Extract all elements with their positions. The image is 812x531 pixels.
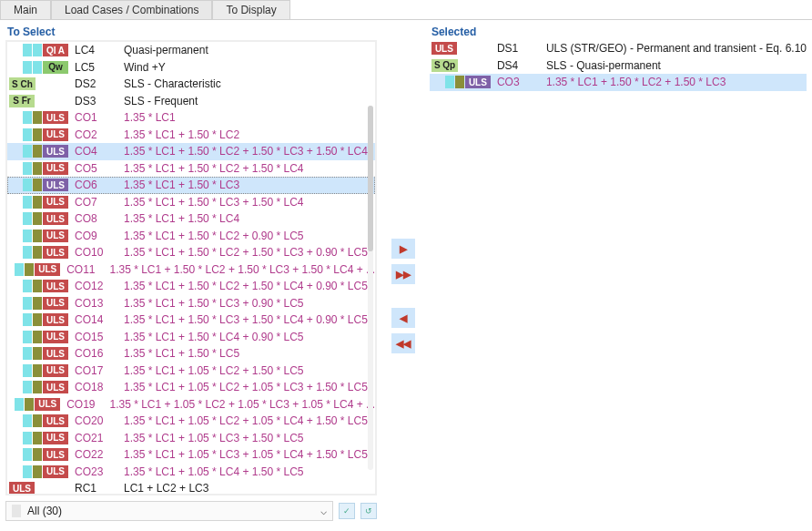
sky-tag [23, 432, 32, 444]
sky-tag [23, 381, 32, 393]
list-item[interactable]: ULSDS1ULS (STR/GEO) - Permanent and tran… [430, 40, 807, 57]
list-item[interactable]: ULSCO211.35 * LC1 + 1.05 * LC3 + 1.50 * … [7, 430, 375, 447]
olive-tag [33, 128, 42, 141]
row-description: SLS - Frequent [120, 95, 198, 107]
move-all-left-button[interactable]: ◀◀ [391, 333, 415, 353]
list-item[interactable]: ULSCO81.35 * LC1 + 1.50 * LC4 [7, 210, 375, 228]
sky-tag [23, 297, 32, 310]
list-item[interactable]: ULSRC1LC1 + LC2 + LC3 [7, 480, 375, 494]
sky-tag [445, 76, 454, 88]
olive-tag [33, 448, 42, 461]
list-item[interactable]: S QpDS4SLS - Quasi-permanent [430, 57, 807, 75]
row-id: RC1 [69, 482, 120, 494]
move-right-button[interactable]: ▶ [391, 239, 415, 259]
list-item[interactable]: ULSCO111.35 * LC1 + 1.50 * LC2 + 1.50 * … [7, 261, 375, 279]
uls-tag: ULS [43, 364, 68, 377]
list-item[interactable]: ULSCO11.35 * LC1 [7, 109, 375, 127]
sky-tag [23, 44, 32, 56]
list-item[interactable]: ULSCO51.35 * LC1 + 1.50 * LC2 + 1.50 * L… [7, 160, 375, 178]
sky-tag [33, 61, 42, 74]
row-id: CO5 [69, 162, 120, 175]
olive-tag [33, 331, 42, 343]
select-all-button[interactable]: ✓ [339, 503, 355, 519]
row-id: CO11 [61, 263, 106, 276]
list-item[interactable]: S ChDS2SLS - Characteristic [7, 76, 375, 93]
sky-tag [23, 128, 32, 141]
olive-tag [33, 246, 42, 259]
uls-tag: ULS [43, 246, 68, 259]
olive-tag [33, 162, 42, 175]
tab-load-cases[interactable]: Load Cases / Combinations [51, 0, 212, 19]
row-id: CO4 [69, 145, 120, 158]
sky-tag [23, 230, 32, 242]
deselect-all-button[interactable]: ↺ [360, 503, 377, 519]
list-item[interactable]: ULSCO31.35 * LC1 + 1.50 * LC2 + 1.50 * L… [430, 74, 807, 91]
uls-tag: ULS [43, 145, 68, 158]
list-item[interactable]: QI ALC4Quasi-permanent [7, 42, 375, 59]
list-item[interactable]: ULSCO131.35 * LC1 + 1.50 * LC3 + 0.90 * … [7, 295, 375, 312]
sky-tag [23, 212, 32, 225]
row-description: SLS - Quasi-permanent [543, 59, 661, 72]
list-item[interactable]: ULSCO41.35 * LC1 + 1.50 * LC2 + 1.50 * L… [7, 143, 375, 160]
olive-tag [33, 145, 42, 158]
olive-tag [33, 297, 42, 310]
list-item[interactable]: ULSCO171.35 * LC1 + 1.05 * LC2 + 1.50 * … [7, 363, 375, 380]
list-item[interactable]: ULSCO221.35 * LC1 + 1.05 * LC3 + 1.05 * … [7, 446, 375, 464]
list-item[interactable]: ULSCO191.35 * LC1 + 1.05 * LC2 + 1.05 * … [7, 396, 375, 414]
row-description: 1.35 * LC1 + 1.05 * LC2 + 1.05 * LC4 + 1… [120, 414, 368, 427]
row-id: DS2 [69, 77, 120, 90]
list-item[interactable]: ULSCO141.35 * LC1 + 1.50 * LC3 + 1.50 * … [7, 311, 375, 329]
to-select-list[interactable]: QI ALC4Quasi-permanentQwLC5Wind +YS ChDS… [5, 40, 377, 495]
row-id: CO23 [69, 465, 120, 478]
list-item[interactable]: ULSCO151.35 * LC1 + 1.50 * LC4 + 0.90 * … [7, 329, 375, 346]
uls-tag: ULS [43, 162, 68, 175]
row-description: 1.35 * LC1 + 1.50 * LC3 + 0.90 * LC5 [120, 297, 303, 310]
scrollbar-thumb[interactable] [368, 106, 373, 251]
list-item[interactable]: ULSCO91.35 * LC1 + 1.50 * LC2 + 0.90 * L… [7, 228, 375, 245]
row-id: CO7 [69, 196, 120, 209]
row-id: CO3 [492, 76, 543, 88]
row-id: DS1 [492, 42, 543, 55]
row-id: CO8 [69, 212, 120, 225]
list-item[interactable]: ULSCO231.35 * LC1 + 1.05 * LC4 + 1.50 * … [7, 464, 375, 481]
sky-tag [23, 61, 32, 74]
sky-tag [23, 179, 32, 191]
list-item[interactable]: ULSCO61.35 * LC1 + 1.50 * LC3 [7, 177, 375, 194]
row-description: 1.35 * LC1 + 1.50 * LC2 + 1.50 * LC3 + 1… [120, 145, 368, 158]
transfer-controls: ▶ ▶▶ ◀ ◀◀ [382, 20, 424, 531]
sqp-tag: S Qp [431, 59, 458, 72]
list-item[interactable]: ULSCO71.35 * LC1 + 1.50 * LC3 + 1.50 * L… [7, 194, 375, 211]
uls-tag: ULS [43, 297, 68, 310]
row-description: 1.35 * LC1 + 1.05 * LC2 + 1.50 * LC5 [120, 364, 303, 377]
sch-tag: S Ch [9, 77, 36, 90]
selected-list[interactable]: ULSDS1ULS (STR/GEO) - Permanent and tran… [430, 40, 807, 495]
row-description: 1.35 * LC1 + 1.05 * LC2 + 1.05 * LC3 + 1… [106, 398, 375, 411]
row-description: 1.35 * LC1 + 1.50 * LC2 + 1.50 * LC3 [543, 76, 726, 88]
list-item[interactable]: ULSCO161.35 * LC1 + 1.50 * LC5 [7, 345, 375, 363]
filter-combo[interactable]: All (30) ⌵ [5, 501, 333, 521]
tab-main[interactable]: Main [0, 0, 51, 19]
list-item[interactable]: ULSCO101.35 * LC1 + 1.50 * LC2 + 1.50 * … [7, 244, 375, 261]
move-all-right-button[interactable]: ▶▶ [391, 264, 415, 284]
list-item[interactable]: S FrDS3SLS - Frequent [7, 93, 375, 110]
list-item[interactable]: ULSCO121.35 * LC1 + 1.50 * LC2 + 1.50 * … [7, 278, 375, 295]
filter-swatch [12, 505, 21, 517]
row-description: 1.35 * LC1 + 1.05 * LC2 + 1.05 * LC3 + 1… [120, 381, 368, 393]
uls-tag: ULS [43, 230, 68, 242]
move-left-button[interactable]: ◀ [391, 308, 415, 328]
uls-tag: ULS [35, 263, 60, 276]
row-description: 1.35 * LC1 [120, 111, 176, 124]
row-description: 1.35 * LC1 + 1.50 * LC5 [120, 347, 239, 360]
olive-tag [33, 364, 42, 377]
list-item[interactable]: ULSCO21.35 * LC1 + 1.50 * LC2 [7, 127, 375, 144]
list-item[interactable]: ULSCO181.35 * LC1 + 1.05 * LC2 + 1.05 * … [7, 379, 375, 396]
uls-tag: ULS [431, 42, 457, 55]
selected-header: Selected [424, 20, 812, 40]
tab-to-display[interactable]: To Display [212, 0, 289, 19]
list-item[interactable]: ULSCO201.35 * LC1 + 1.05 * LC2 + 1.05 * … [7, 413, 375, 430]
list-item[interactable]: QwLC5Wind +Y [7, 59, 375, 77]
row-id: CO17 [69, 364, 120, 377]
olive-tag [33, 347, 42, 360]
uls-tag: ULS [43, 179, 68, 191]
row-id: CO19 [61, 398, 106, 411]
